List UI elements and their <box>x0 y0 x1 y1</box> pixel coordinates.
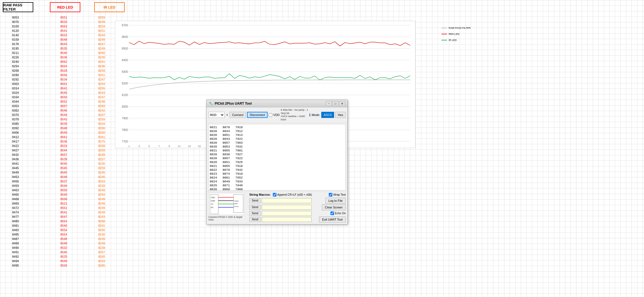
list-item: 8541 <box>46 29 81 33</box>
list-item: 8242 <box>84 108 119 113</box>
ascii-mode-button[interactable]: ASCII <box>321 112 334 118</box>
list-item: 8533 <box>46 144 81 148</box>
list-item: 8472 <box>0 206 31 210</box>
dialog-controls[interactable]: − □ ✕ <box>326 101 345 106</box>
list-item: 8469 <box>0 201 31 206</box>
table-row: 802380747910 <box>210 172 344 176</box>
list-item: 8303 <box>0 82 31 86</box>
list-item: 8551 <box>46 206 81 210</box>
send-button-1[interactable]: Send <box>249 198 261 203</box>
list-item: 8020 <box>210 153 217 156</box>
list-item: 8226 <box>0 55 31 60</box>
list-item: 8235 <box>84 161 119 166</box>
hex-mode-button[interactable]: Hex <box>335 112 346 118</box>
list-item: 8259 <box>84 68 119 73</box>
macro-input-2[interactable] <box>262 205 312 210</box>
list-item: 8491 <box>0 250 31 254</box>
log-to-file-button[interactable]: Log to File <box>325 198 346 204</box>
list-item: 8554 <box>46 228 81 232</box>
baud-dropdown-arrow: ▼ <box>226 113 229 117</box>
table-row: 802480817952 <box>210 176 344 180</box>
svg-text:7700: 7700 <box>122 140 128 143</box>
help-icon[interactable]: ℹ <box>309 113 311 117</box>
list-item: 8543 <box>46 117 81 122</box>
list-item: 8549 <box>46 130 81 135</box>
list-item: 8020 <box>210 137 217 141</box>
wrap-text-label[interactable]: Wrap Text <box>329 193 346 197</box>
table-row: 802280797942 <box>210 168 344 172</box>
svg-text:8300: 8300 <box>122 70 128 73</box>
svg-text:11: 11 <box>178 145 181 148</box>
list-item: 8494 <box>0 259 31 263</box>
append-crlf-label[interactable]: Append CR+LF (x0D + x0A) <box>273 193 312 197</box>
list-item: 8495 <box>0 263 31 268</box>
list-item: 8255 <box>84 86 119 91</box>
wrap-text-checkbox[interactable] <box>329 193 332 197</box>
svg-text:1: 1 <box>128 145 130 148</box>
echo-on-label[interactable]: Echo On <box>330 211 346 215</box>
svg-text:8500: 8500 <box>122 47 128 50</box>
list-item: 8228 <box>84 184 119 188</box>
list-item: 8525 <box>46 254 81 259</box>
list-item: 8248 <box>84 99 119 104</box>
list-item: 8249 <box>84 46 119 51</box>
vdd-checkbox-label[interactable]: VDD <box>269 113 279 117</box>
echo-on-text: Echo On <box>335 212 346 215</box>
list-item: 8370 <box>0 113 31 117</box>
string-macros-label: String Macros: <box>249 193 271 196</box>
list-item: 8535 <box>46 46 81 51</box>
list-item: 8265 <box>84 263 119 268</box>
list-item: 7914 <box>235 133 243 137</box>
list-item: 8545 <box>46 166 81 170</box>
dialog-toolbar: 9600 19200 38400 115200 ▼ Connect Discon… <box>207 107 347 123</box>
send-button-2[interactable]: Send <box>249 205 261 210</box>
baud-rate-select[interactable]: 9600 19200 38400 115200 <box>208 112 225 118</box>
macro-input-4[interactable] <box>262 217 312 222</box>
close-button[interactable]: ✕ <box>339 101 345 106</box>
list-item: 8456 <box>0 179 31 184</box>
svg-text:8700: 8700 <box>122 24 128 27</box>
append-crlf-checkbox[interactable] <box>273 193 276 197</box>
table-row: 802180657901 <box>210 149 344 153</box>
list-item: 8385 <box>0 122 31 126</box>
dialog-title: 🔧 PICkit 2Plus UART Tool <box>209 102 252 105</box>
list-item: 8020 <box>210 129 217 133</box>
list-item: 8556 <box>46 73 81 77</box>
list-item: 8547 <box>46 215 81 219</box>
vdd-checkbox[interactable] <box>269 113 272 117</box>
list-item: 8558 <box>46 197 81 201</box>
vdd-label: VDD <box>273 113 279 117</box>
macro-input-1[interactable] <box>262 198 312 203</box>
svg-text:8200: 8200 <box>122 82 128 85</box>
list-item: 7952 <box>235 176 243 180</box>
list-item: 8079 <box>222 168 230 172</box>
list-item: 8314 <box>0 86 31 91</box>
macro-input-3[interactable] <box>262 211 312 216</box>
list-item: 8245 <box>84 170 119 175</box>
send-button-3[interactable]: Send <box>249 211 261 216</box>
list-item: 8034 <box>222 129 230 133</box>
list-item: 8353 <box>0 104 31 108</box>
list-item: 8251 <box>84 29 119 33</box>
settings-text: 8 data bits - No parity - 1 Stop bit. AS… <box>281 109 308 122</box>
connect-button[interactable]: Connect <box>230 112 246 118</box>
list-item: 8254 <box>84 82 119 86</box>
list-item: 8465 <box>0 192 31 197</box>
clear-screen-button[interactable]: Clear Screen <box>322 204 346 210</box>
table-row: 802080577903 <box>210 141 344 145</box>
exit-uart-tool-button[interactable]: Exit UART Tool <box>319 216 346 223</box>
disconnect-button[interactable]: Disconnect <box>247 112 268 118</box>
list-item: 7942 <box>235 168 243 172</box>
echo-on-checkbox[interactable] <box>330 211 334 215</box>
list-item: 8065 <box>222 149 230 153</box>
list-item: 8541 <box>46 210 81 215</box>
list-item: 8259 <box>84 148 119 153</box>
list-item: 8541 <box>46 86 81 91</box>
list-item: 8533 <box>46 20 81 24</box>
svg-text:15: 15 <box>198 145 201 148</box>
minimize-button[interactable]: − <box>326 101 332 106</box>
send-button-4[interactable]: Send <box>249 217 261 222</box>
list-item: 8268 <box>84 219 119 223</box>
maximize-button[interactable]: □ <box>332 101 338 106</box>
serial-data-area[interactable]: 8021807879188020803479128020805179148020… <box>208 124 346 190</box>
